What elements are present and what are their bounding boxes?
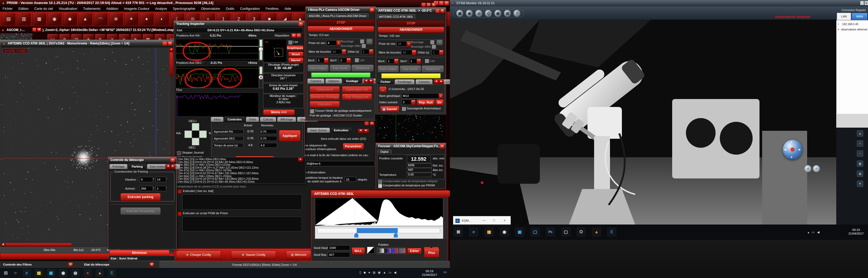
index-suivant-spinner[interactable]: ▲▼ xyxy=(411,99,415,105)
artemis-sequence-button[interactable]: Séquence xyxy=(422,65,444,72)
dir-button[interactable]: Dir xyxy=(435,99,444,106)
inova-biny-spinner[interactable]: ▲▼ xyxy=(346,58,351,64)
right-taskbar-clock[interactable]: 00:1921/04/2017 xyxy=(845,228,867,235)
azimut-deg-field[interactable]: 356 xyxy=(140,186,153,191)
nom-generique-field[interactable]: M13 xyxy=(401,93,439,98)
menu-fen-tres[interactable]: Fenêtres xyxy=(266,7,279,10)
storage-icon[interactable]: ▤ xyxy=(504,9,511,17)
android-icon[interactable]: ▲ xyxy=(383,271,386,274)
tab-infos[interactable]: Infos xyxy=(211,117,224,122)
compass-icon[interactable]: ◆ xyxy=(63,13,77,25)
globe-icon[interactable]: ◉ xyxy=(465,9,473,17)
star-field-icon[interactable]: ✶ xyxy=(124,13,138,25)
tab-gest-erreur[interactable]: Gest. Erreur xyxy=(307,128,330,133)
maj-button[interactable]: MAJ. xyxy=(352,247,365,255)
tab-ex-cution[interactable]: Exécution xyxy=(331,128,352,133)
tab-scroll-right-icon[interactable]: ▶ xyxy=(363,129,369,133)
stopper-journal-checkbox[interactable] xyxy=(177,151,181,155)
ra-minus-button[interactable] xyxy=(184,130,192,138)
tab-options[interactable]: Options xyxy=(325,79,342,84)
vertical-scroll-thumb[interactable] xyxy=(169,52,173,76)
notification-center-icon[interactable]: ▭ xyxy=(442,270,448,276)
tab-pointage[interactable]: Pointage xyxy=(109,164,128,169)
inova-binx-spinner[interactable]: ▲▼ xyxy=(324,58,329,64)
scroll-left-icon[interactable]: ◀ xyxy=(1,243,5,247)
inova-lier-checkbox[interactable] xyxy=(355,58,359,62)
exec-pgm-checkbox[interactable] xyxy=(178,212,182,216)
dome-icon[interactable]: ◠ xyxy=(94,13,107,25)
tab-scroll-left-icon[interactable]: ◀ xyxy=(358,129,363,133)
menu-edition[interactable]: Edition xyxy=(19,7,29,10)
artemis-bouclage-checkbox[interactable] xyxy=(430,40,434,44)
ptz-zoom-out-icon[interactable]: − xyxy=(813,165,820,172)
focuser-digital-tab[interactable]: Digital xyxy=(377,150,392,154)
taskbar-white-app[interactable]: ▢ xyxy=(561,227,570,237)
menu-traitements[interactable]: Traitements xyxy=(83,7,100,10)
observation-minimize-button[interactable]: _ xyxy=(364,121,369,125)
inova-bouclage-checkbox[interactable] xyxy=(360,39,364,43)
inova-driver-tab[interactable]: ASCOM_i-Nova PLx Camera ASCOM Driver xyxy=(307,13,368,18)
start-button[interactable]: ⊞ xyxy=(454,227,463,237)
ra-graph-slider[interactable] xyxy=(259,39,263,61)
threshold-slider-track[interactable] xyxy=(317,228,440,233)
taskbar-photos[interactable]: ▢ xyxy=(530,227,540,237)
low-threshold-handle[interactable] xyxy=(354,233,358,238)
cal-sharplock-button[interactable]: Cal. SharpLock xyxy=(342,93,372,100)
ptz-center-knob[interactable] xyxy=(790,148,795,152)
satellite-icon[interactable]: ◍ xyxy=(373,271,375,274)
inova-abandonner-button[interactable]: ABANDONNER xyxy=(308,26,374,32)
exec-bat-field[interactable] xyxy=(182,194,302,210)
calibration-button[interactable]: Calibration xyxy=(310,86,340,93)
comp-auto-checkbox[interactable] xyxy=(378,180,382,184)
tab-controles[interactable]: Controles xyxy=(224,117,245,122)
observation-close-button[interactable]: × xyxy=(370,121,374,125)
lan-tab[interactable]: LAN xyxy=(837,13,851,20)
sun-altitude-field[interactable]: 10 xyxy=(345,177,356,182)
palette-thermal[interactable] xyxy=(385,248,391,253)
eqmod-maximize-button[interactable]: □ xyxy=(493,218,495,222)
arrow-down-icon[interactable]: ▼ xyxy=(857,181,863,187)
invert-palette-icon[interactable] xyxy=(367,247,374,254)
eqmod-minimize-button[interactable]: — xyxy=(483,218,486,222)
taskbar-chrome[interactable]: ◉ xyxy=(59,269,67,277)
target-icon[interactable]: ⊕ xyxy=(109,13,123,25)
executer-deparking-button[interactable]: Exécuter De-parking xyxy=(120,207,161,215)
dec-minus-button[interactable] xyxy=(192,138,199,145)
artemis-stop-button[interactable]: STOP xyxy=(378,20,444,27)
network-icon[interactable]: ▭ xyxy=(812,230,814,234)
tab-fen-trage[interactable]: Fenêtrage xyxy=(395,79,415,84)
charger-config-button[interactable]: ⊕Charger Config xyxy=(176,250,221,259)
plus-button[interactable]: Plus xyxy=(424,248,439,258)
comp-prism-checkbox[interactable] xyxy=(378,184,382,188)
hauteur-deg-field[interactable]: 6 xyxy=(140,177,153,182)
taskbar-edge[interactable]: e xyxy=(469,227,478,237)
mount-icon[interactable]: ▲ xyxy=(78,13,92,25)
inova-close-button[interactable]: × xyxy=(369,8,374,12)
menu-analyse[interactable]: Analyse xyxy=(155,7,167,10)
minimized-filters-label[interactable]: Controle des Filtres xyxy=(3,261,32,268)
tab-delta[interactable]: Delta xyxy=(246,117,259,122)
taskbar-chrome[interactable]: ◉ xyxy=(500,227,509,237)
prism-tray-icon[interactable]: ● xyxy=(368,271,370,274)
ptz-joystick[interactable]: ▲ ▼ ◀ ▶ xyxy=(783,140,802,159)
planet-icon[interactable]: ◐ xyxy=(155,13,169,25)
menu-observatoire[interactable]: Observatoire xyxy=(201,7,220,10)
menu-carte-du-ciel[interactable]: Carte du ciel xyxy=(34,7,53,10)
eqmod-close-button[interactable]: × xyxy=(504,218,506,222)
palette-rainbow[interactable] xyxy=(392,248,398,253)
inova-tab-right-icon[interactable]: ▶ xyxy=(369,79,374,84)
ra-slider-knob[interactable] xyxy=(259,47,263,51)
camera-name[interactable]: ●observatoire ethernet xyxy=(838,28,867,31)
ptz-left-icon[interactable]: ◀ xyxy=(784,148,786,151)
memoriser-button[interactable]: ◍Mémoris xyxy=(286,250,311,259)
appliquer-button[interactable]: Appliquer xyxy=(279,130,301,142)
inova-pose-field[interactable]: 4 xyxy=(326,40,337,45)
close-button[interactable]: × xyxy=(444,1,449,5)
telescope-close-button[interactable]: × xyxy=(170,158,175,162)
menu-addition[interactable]: Addition xyxy=(106,7,118,10)
ascom-minimize-button[interactable]: _ xyxy=(32,28,36,32)
ptz-down-icon[interactable]: ▼ xyxy=(790,156,793,159)
minimized-telescope-label[interactable]: Etat du télescope xyxy=(84,261,109,268)
skychart-minimize-button[interactable]: _ xyxy=(421,3,426,7)
artemis-nbre-field[interactable]: 10 xyxy=(401,50,413,55)
